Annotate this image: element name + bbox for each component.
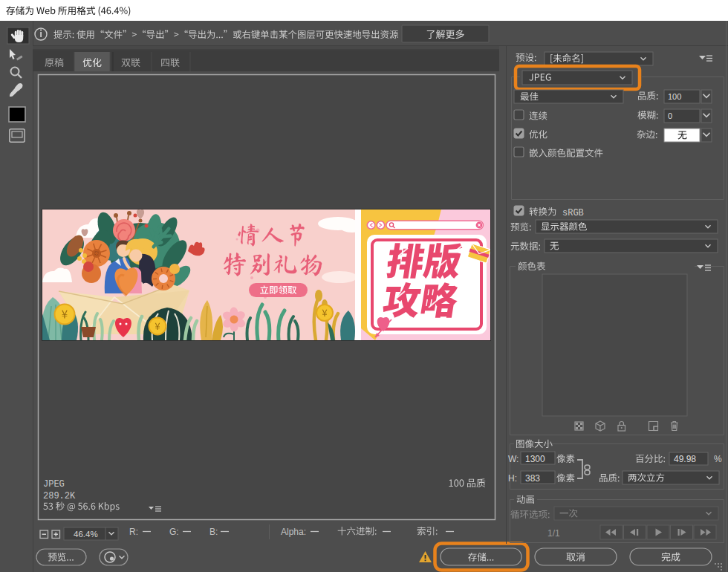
svg-text:R:: R: [129,527,138,537]
svg-text:H:: H: [508,473,517,484]
svg-text:B:: B: [209,527,218,537]
svg-text:JPEG: JPEG [43,479,65,490]
svg-text:49.98: 49.98 [674,454,696,464]
svg-text:1/1: 1/1 [547,528,560,539]
svg-text:sRGB: sRGB [562,208,584,218]
svg-text:289.2K: 289.2K [43,491,76,501]
svg-text:383: 383 [525,473,540,484]
svg-text:1300: 1300 [525,454,545,464]
svg-text:0: 0 [668,111,672,120]
svg-text:W:: W: [508,454,519,464]
svg-text:100: 100 [668,92,681,101]
svg-text:Alpha:: Alpha: [281,527,306,537]
svg-text:%: % [714,454,722,464]
svg-text:G:: G: [169,527,179,537]
svg-text:46.4%: 46.4% [74,530,98,539]
